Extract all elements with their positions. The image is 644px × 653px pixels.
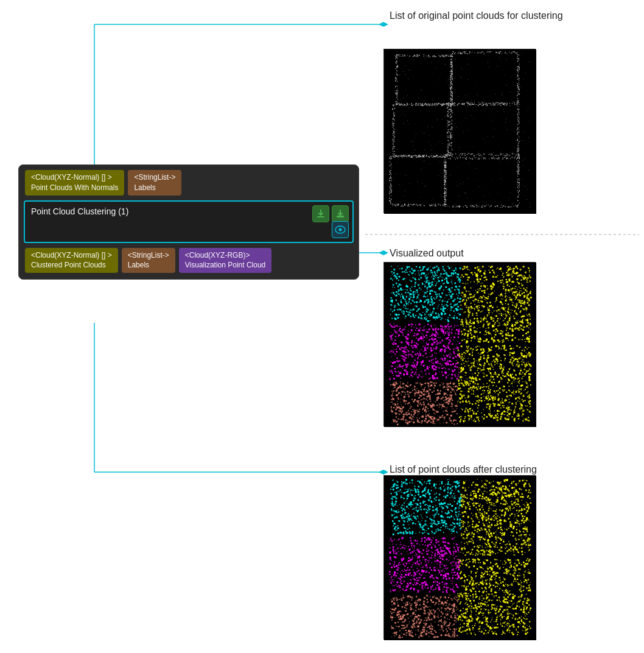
eye-icon-button[interactable]: [332, 221, 349, 238]
node-title: Point Cloud Clustering (1): [31, 206, 346, 216]
download-icon[interactable]: [332, 205, 349, 222]
svg-rect-9: [337, 216, 344, 217]
svg-marker-2: [379, 22, 388, 27]
node-body: Point Cloud Clustering (1): [24, 200, 354, 243]
node-point-cloud-clustering: <Cloud(XYZ-Normal) [] >Point Clouds With…: [18, 164, 359, 280]
output-port-clustered-clouds[interactable]: <Cloud(XYZ-Normal) [] >Clustered Point C…: [25, 248, 118, 274]
svg-marker-4: [379, 250, 388, 255]
pc-image-clustered: [383, 475, 536, 640]
output-port-visualization[interactable]: <Cloud(XYZ-RGB)>Visualization Point Clou…: [179, 248, 272, 274]
node-input-ports: <Cloud(XYZ-Normal) [] >Point Clouds With…: [19, 165, 359, 200]
output-port-labels[interactable]: <StringList->Labels: [122, 248, 175, 274]
download-bottom-icon[interactable]: [312, 205, 329, 222]
svg-marker-7: [379, 470, 388, 475]
pc-image-visualized: [383, 262, 536, 426]
input-port-labels[interactable]: <StringList->Labels: [128, 170, 181, 196]
pc-image-original: [383, 49, 536, 213]
annotation-visualized: Visualized output: [390, 247, 464, 260]
annotation-original: List of original point clouds for cluste…: [390, 9, 563, 23]
node-output-ports: <Cloud(XYZ-Normal) [] >Clustered Point C…: [19, 248, 359, 280]
input-port-clouds[interactable]: <Cloud(XYZ-Normal) [] >Point Clouds With…: [25, 170, 124, 196]
svg-point-11: [339, 228, 342, 231]
node-action-icons: [312, 205, 349, 222]
